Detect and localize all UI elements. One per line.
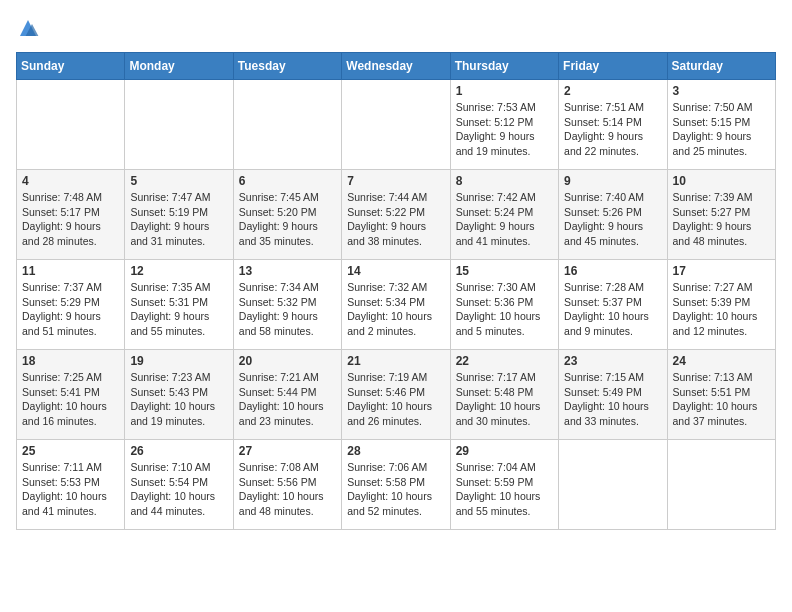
cell-content: Sunrise: 7:27 AM Sunset: 5:39 PM Dayligh… xyxy=(673,280,770,339)
day-number: 2 xyxy=(564,84,661,98)
calendar-cell: 12Sunrise: 7:35 AM Sunset: 5:31 PM Dayli… xyxy=(125,260,233,350)
calendar-cell: 16Sunrise: 7:28 AM Sunset: 5:37 PM Dayli… xyxy=(559,260,667,350)
cell-content: Sunrise: 7:40 AM Sunset: 5:26 PM Dayligh… xyxy=(564,190,661,249)
day-number: 17 xyxy=(673,264,770,278)
calendar-week-row: 1Sunrise: 7:53 AM Sunset: 5:12 PM Daylig… xyxy=(17,80,776,170)
calendar-cell: 27Sunrise: 7:08 AM Sunset: 5:56 PM Dayli… xyxy=(233,440,341,530)
day-number: 29 xyxy=(456,444,553,458)
header-tuesday: Tuesday xyxy=(233,53,341,80)
cell-content: Sunrise: 7:42 AM Sunset: 5:24 PM Dayligh… xyxy=(456,190,553,249)
calendar-cell: 23Sunrise: 7:15 AM Sunset: 5:49 PM Dayli… xyxy=(559,350,667,440)
calendar-cell: 10Sunrise: 7:39 AM Sunset: 5:27 PM Dayli… xyxy=(667,170,775,260)
cell-content: Sunrise: 7:21 AM Sunset: 5:44 PM Dayligh… xyxy=(239,370,336,429)
calendar-cell xyxy=(125,80,233,170)
cell-content: Sunrise: 7:35 AM Sunset: 5:31 PM Dayligh… xyxy=(130,280,227,339)
cell-content: Sunrise: 7:47 AM Sunset: 5:19 PM Dayligh… xyxy=(130,190,227,249)
day-number: 28 xyxy=(347,444,444,458)
calendar-cell: 1Sunrise: 7:53 AM Sunset: 5:12 PM Daylig… xyxy=(450,80,558,170)
day-number: 6 xyxy=(239,174,336,188)
calendar-cell: 6Sunrise: 7:45 AM Sunset: 5:20 PM Daylig… xyxy=(233,170,341,260)
cell-content: Sunrise: 7:19 AM Sunset: 5:46 PM Dayligh… xyxy=(347,370,444,429)
cell-content: Sunrise: 7:50 AM Sunset: 5:15 PM Dayligh… xyxy=(673,100,770,159)
calendar-cell: 17Sunrise: 7:27 AM Sunset: 5:39 PM Dayli… xyxy=(667,260,775,350)
cell-content: Sunrise: 7:45 AM Sunset: 5:20 PM Dayligh… xyxy=(239,190,336,249)
day-number: 15 xyxy=(456,264,553,278)
calendar-cell: 3Sunrise: 7:50 AM Sunset: 5:15 PM Daylig… xyxy=(667,80,775,170)
calendar-cell: 9Sunrise: 7:40 AM Sunset: 5:26 PM Daylig… xyxy=(559,170,667,260)
calendar-cell: 20Sunrise: 7:21 AM Sunset: 5:44 PM Dayli… xyxy=(233,350,341,440)
calendar-cell: 29Sunrise: 7:04 AM Sunset: 5:59 PM Dayli… xyxy=(450,440,558,530)
day-number: 26 xyxy=(130,444,227,458)
header-friday: Friday xyxy=(559,53,667,80)
logo-icon xyxy=(16,16,40,40)
cell-content: Sunrise: 7:44 AM Sunset: 5:22 PM Dayligh… xyxy=(347,190,444,249)
calendar-cell: 8Sunrise: 7:42 AM Sunset: 5:24 PM Daylig… xyxy=(450,170,558,260)
day-number: 25 xyxy=(22,444,119,458)
day-number: 12 xyxy=(130,264,227,278)
weekday-header-row: Sunday Monday Tuesday Wednesday Thursday… xyxy=(17,53,776,80)
calendar-cell xyxy=(342,80,450,170)
day-number: 27 xyxy=(239,444,336,458)
calendar-cell: 5Sunrise: 7:47 AM Sunset: 5:19 PM Daylig… xyxy=(125,170,233,260)
cell-content: Sunrise: 7:30 AM Sunset: 5:36 PM Dayligh… xyxy=(456,280,553,339)
cell-content: Sunrise: 7:39 AM Sunset: 5:27 PM Dayligh… xyxy=(673,190,770,249)
day-number: 11 xyxy=(22,264,119,278)
cell-content: Sunrise: 7:15 AM Sunset: 5:49 PM Dayligh… xyxy=(564,370,661,429)
day-number: 1 xyxy=(456,84,553,98)
header-sunday: Sunday xyxy=(17,53,125,80)
header-monday: Monday xyxy=(125,53,233,80)
calendar-cell: 11Sunrise: 7:37 AM Sunset: 5:29 PM Dayli… xyxy=(17,260,125,350)
cell-content: Sunrise: 7:08 AM Sunset: 5:56 PM Dayligh… xyxy=(239,460,336,519)
day-number: 4 xyxy=(22,174,119,188)
day-number: 20 xyxy=(239,354,336,368)
calendar-cell xyxy=(17,80,125,170)
calendar-cell: 18Sunrise: 7:25 AM Sunset: 5:41 PM Dayli… xyxy=(17,350,125,440)
header-wednesday: Wednesday xyxy=(342,53,450,80)
day-number: 9 xyxy=(564,174,661,188)
cell-content: Sunrise: 7:53 AM Sunset: 5:12 PM Dayligh… xyxy=(456,100,553,159)
calendar-cell: 28Sunrise: 7:06 AM Sunset: 5:58 PM Dayli… xyxy=(342,440,450,530)
calendar-week-row: 18Sunrise: 7:25 AM Sunset: 5:41 PM Dayli… xyxy=(17,350,776,440)
calendar-cell: 26Sunrise: 7:10 AM Sunset: 5:54 PM Dayli… xyxy=(125,440,233,530)
day-number: 16 xyxy=(564,264,661,278)
day-number: 18 xyxy=(22,354,119,368)
calendar-week-row: 11Sunrise: 7:37 AM Sunset: 5:29 PM Dayli… xyxy=(17,260,776,350)
cell-content: Sunrise: 7:32 AM Sunset: 5:34 PM Dayligh… xyxy=(347,280,444,339)
calendar-week-row: 4Sunrise: 7:48 AM Sunset: 5:17 PM Daylig… xyxy=(17,170,776,260)
calendar-cell: 14Sunrise: 7:32 AM Sunset: 5:34 PM Dayli… xyxy=(342,260,450,350)
day-number: 7 xyxy=(347,174,444,188)
calendar-cell: 21Sunrise: 7:19 AM Sunset: 5:46 PM Dayli… xyxy=(342,350,450,440)
cell-content: Sunrise: 7:13 AM Sunset: 5:51 PM Dayligh… xyxy=(673,370,770,429)
calendar-cell: 15Sunrise: 7:30 AM Sunset: 5:36 PM Dayli… xyxy=(450,260,558,350)
day-number: 22 xyxy=(456,354,553,368)
day-number: 8 xyxy=(456,174,553,188)
day-number: 14 xyxy=(347,264,444,278)
day-number: 10 xyxy=(673,174,770,188)
day-number: 21 xyxy=(347,354,444,368)
day-number: 5 xyxy=(130,174,227,188)
calendar-cell: 2Sunrise: 7:51 AM Sunset: 5:14 PM Daylig… xyxy=(559,80,667,170)
day-number: 3 xyxy=(673,84,770,98)
header-saturday: Saturday xyxy=(667,53,775,80)
cell-content: Sunrise: 7:48 AM Sunset: 5:17 PM Dayligh… xyxy=(22,190,119,249)
calendar-cell: 13Sunrise: 7:34 AM Sunset: 5:32 PM Dayli… xyxy=(233,260,341,350)
calendar-cell: 22Sunrise: 7:17 AM Sunset: 5:48 PM Dayli… xyxy=(450,350,558,440)
calendar-cell: 19Sunrise: 7:23 AM Sunset: 5:43 PM Dayli… xyxy=(125,350,233,440)
cell-content: Sunrise: 7:28 AM Sunset: 5:37 PM Dayligh… xyxy=(564,280,661,339)
cell-content: Sunrise: 7:11 AM Sunset: 5:53 PM Dayligh… xyxy=(22,460,119,519)
calendar-cell xyxy=(559,440,667,530)
cell-content: Sunrise: 7:37 AM Sunset: 5:29 PM Dayligh… xyxy=(22,280,119,339)
header-thursday: Thursday xyxy=(450,53,558,80)
day-number: 19 xyxy=(130,354,227,368)
calendar-cell: 7Sunrise: 7:44 AM Sunset: 5:22 PM Daylig… xyxy=(342,170,450,260)
cell-content: Sunrise: 7:06 AM Sunset: 5:58 PM Dayligh… xyxy=(347,460,444,519)
cell-content: Sunrise: 7:51 AM Sunset: 5:14 PM Dayligh… xyxy=(564,100,661,159)
cell-content: Sunrise: 7:23 AM Sunset: 5:43 PM Dayligh… xyxy=(130,370,227,429)
day-number: 23 xyxy=(564,354,661,368)
day-number: 13 xyxy=(239,264,336,278)
cell-content: Sunrise: 7:34 AM Sunset: 5:32 PM Dayligh… xyxy=(239,280,336,339)
cell-content: Sunrise: 7:17 AM Sunset: 5:48 PM Dayligh… xyxy=(456,370,553,429)
cell-content: Sunrise: 7:10 AM Sunset: 5:54 PM Dayligh… xyxy=(130,460,227,519)
calendar-cell xyxy=(233,80,341,170)
calendar-table: Sunday Monday Tuesday Wednesday Thursday… xyxy=(16,52,776,530)
